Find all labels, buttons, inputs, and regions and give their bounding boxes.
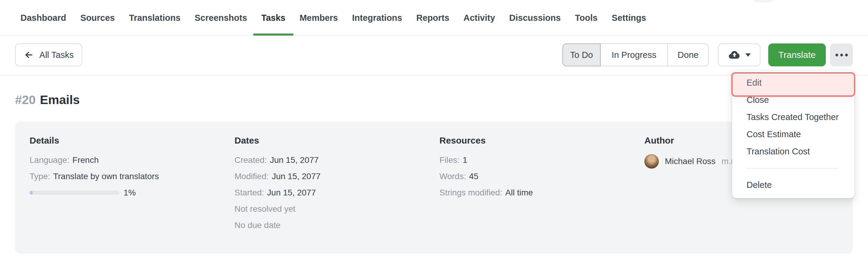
menu-divider xyxy=(747,168,838,169)
strings-modified-label: Strings modified: xyxy=(439,188,502,197)
started-label: Started: xyxy=(235,188,264,197)
author-section: Author Michael Ross m.ro xyxy=(644,135,738,169)
created-value: Jun 15, 2077 xyxy=(270,155,318,165)
task-summary-card: Details Language:French Type:Translate b… xyxy=(15,122,853,254)
dates-heading: Dates xyxy=(235,135,321,146)
language-row: Language:French xyxy=(30,154,159,166)
files-row: Files:1 xyxy=(439,154,533,166)
task-number: #20 xyxy=(15,93,36,107)
nav-item-settings[interactable]: Settings xyxy=(612,0,646,36)
menu-item-translation-cost[interactable]: Translation Cost xyxy=(733,143,854,160)
nav-item-dashboard[interactable]: Dashboard xyxy=(21,0,66,36)
status-segmented-control: To Do In Progress Done xyxy=(562,43,709,66)
cutoff-top-element xyxy=(753,0,773,2)
task-name: Emails xyxy=(40,93,80,107)
ellipsis-icon xyxy=(835,54,838,56)
translate-button[interactable]: Translate xyxy=(768,43,826,66)
menu-item-cost-estimate[interactable]: Cost Estimate xyxy=(733,126,854,143)
nav-item-translations[interactable]: Translations xyxy=(129,0,181,36)
nav-item-members[interactable]: Members xyxy=(300,0,338,36)
nav-item-sources[interactable]: Sources xyxy=(80,0,115,36)
toolbar-actions: To Do In Progress Done Translate xyxy=(562,43,853,66)
type-value: Translate by own translators xyxy=(53,172,159,181)
words-value: 45 xyxy=(469,172,478,181)
nav-item-activity[interactable]: Activity xyxy=(464,0,495,36)
nav-item-integrations[interactable]: Integrations xyxy=(352,0,402,36)
words-label: Words: xyxy=(439,172,466,181)
nav-item-tools[interactable]: Tools xyxy=(575,0,597,36)
details-heading: Details xyxy=(30,135,159,146)
author-heading: Author xyxy=(644,135,738,146)
author-row: Michael Ross m.ro xyxy=(644,154,738,169)
files-label: Files: xyxy=(439,155,460,165)
upload-cloud-icon xyxy=(728,48,741,61)
progress-row: 1% xyxy=(30,187,159,199)
details-section: Details Language:French Type:Translate b… xyxy=(30,135,159,203)
no-due-date-note: No due date xyxy=(235,219,321,231)
chevron-down-icon xyxy=(745,53,751,57)
task-toolbar: All Tasks To Do In Progress Done Transla… xyxy=(0,36,868,76)
language-label: Language: xyxy=(30,155,69,165)
progress-bar-fill xyxy=(30,190,33,195)
more-actions-button[interactable] xyxy=(830,43,853,66)
resources-section: Resources Files:1 Words:45 Strings modif… xyxy=(439,135,533,203)
created-label: Created: xyxy=(235,155,267,165)
modified-value: Jun 15, 2077 xyxy=(272,172,321,181)
language-value: French xyxy=(72,155,98,165)
menu-item-edit-label: Edit xyxy=(747,78,762,87)
author-name: Michael Ross xyxy=(665,156,715,166)
modified-label: Modified: xyxy=(235,172,269,181)
left-arrow-icon xyxy=(24,50,34,60)
strings-modified-row: Strings modified:All time xyxy=(439,187,533,199)
menu-item-edit[interactable]: Edit xyxy=(733,74,854,91)
dates-section: Dates Created:Jun 15, 2077 Modified:Jun … xyxy=(235,135,321,236)
project-nav: Dashboard Sources Translations Screensho… xyxy=(0,0,868,36)
translate-label: Translate xyxy=(778,50,816,60)
all-tasks-back-button[interactable]: All Tasks xyxy=(15,43,82,66)
menu-item-tasks-created-together[interactable]: Tasks Created Together xyxy=(733,109,854,126)
modified-row: Modified:Jun 15, 2077 xyxy=(235,170,321,182)
all-tasks-label: All Tasks xyxy=(39,50,74,60)
words-row: Words:45 xyxy=(439,170,533,182)
upload-dropdown-button[interactable] xyxy=(718,43,761,66)
author-avatar xyxy=(644,154,659,169)
progress-percent: 1% xyxy=(124,188,135,198)
started-row: Started:Jun 15, 2077 xyxy=(235,187,321,199)
started-value: Jun 15, 2077 xyxy=(267,188,316,197)
menu-item-delete[interactable]: Delete xyxy=(733,176,854,194)
created-row: Created:Jun 15, 2077 xyxy=(235,154,321,166)
nav-item-tasks[interactable]: Tasks xyxy=(261,0,285,36)
files-value: 1 xyxy=(463,155,467,165)
nav-item-screenshots[interactable]: Screenshots xyxy=(195,0,247,36)
not-resolved-note: Not resolved yet xyxy=(235,203,321,215)
tab-to-do[interactable]: To Do xyxy=(562,43,601,66)
tab-in-progress[interactable]: In Progress xyxy=(600,43,668,66)
strings-modified-value: All time xyxy=(505,188,533,197)
resources-heading: Resources xyxy=(439,135,533,146)
nav-item-discussions[interactable]: Discussions xyxy=(509,0,561,36)
type-label: Type: xyxy=(30,172,50,181)
progress-bar xyxy=(30,190,119,195)
type-row: Type:Translate by own translators xyxy=(30,170,159,182)
more-actions-menu: Edit Close Tasks Created Together Cost E… xyxy=(732,70,855,198)
nav-item-reports[interactable]: Reports xyxy=(416,0,450,36)
menu-item-close[interactable]: Close xyxy=(733,91,854,109)
tab-done[interactable]: Done xyxy=(667,43,709,66)
